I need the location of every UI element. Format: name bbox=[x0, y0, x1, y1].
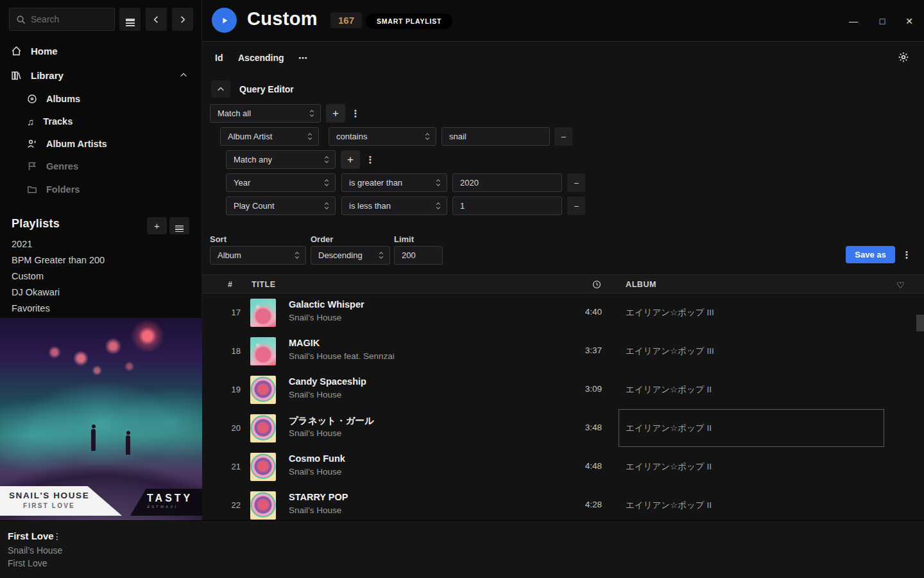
sidebar-item-genres[interactable]: Genres bbox=[0, 155, 201, 177]
rule-field-select[interactable]: Album Artist bbox=[220, 127, 319, 146]
track-artist: Snail’s House bbox=[289, 390, 341, 399]
track-art-thumbnail bbox=[250, 491, 276, 520]
add-playlist-button[interactable]: + bbox=[147, 217, 167, 234]
settings-button[interactable] bbox=[898, 51, 909, 63]
column-header-index[interactable]: # bbox=[228, 280, 233, 289]
minimize-button[interactable]: — bbox=[844, 14, 863, 28]
playlist-item[interactable]: Custom bbox=[12, 271, 44, 287]
table-row[interactable]: 18 MAGIK Snail’s House feat. Sennzai 3:3… bbox=[202, 332, 924, 371]
rule-value-input[interactable] bbox=[452, 197, 562, 215]
minus-icon: − bbox=[574, 178, 579, 188]
search-input[interactable] bbox=[31, 14, 101, 24]
query-editor-collapse-button[interactable] bbox=[211, 80, 230, 98]
save-menu-button[interactable]: ⋮ bbox=[902, 245, 912, 264]
sidebar-item-label: Library bbox=[31, 70, 64, 81]
remove-rule-button[interactable]: − bbox=[567, 197, 585, 215]
select-caret-icon bbox=[436, 179, 441, 187]
sidebar-item-folders[interactable]: Folders bbox=[0, 179, 201, 200]
column-header-title[interactable]: TITLE bbox=[252, 280, 276, 289]
now-playing-album: First Love bbox=[8, 558, 47, 568]
forward-button[interactable] bbox=[172, 8, 193, 31]
rule-operator-select[interactable]: is greater than bbox=[341, 173, 447, 192]
track-duration: 4:40 bbox=[561, 307, 602, 317]
playlist-options-button[interactable] bbox=[169, 217, 189, 234]
sidebar-item-library[interactable]: Library bbox=[0, 63, 201, 87]
collapse-library-button[interactable] bbox=[180, 71, 187, 79]
add-rule-button[interactable]: + bbox=[341, 150, 360, 169]
sort-label: Sort bbox=[210, 234, 227, 244]
maximize-button[interactable]: □ bbox=[873, 14, 892, 28]
match-mode-select[interactable]: Match any bbox=[226, 150, 336, 169]
sort-select[interactable]: Album bbox=[210, 246, 306, 265]
sidebar-item-label: Folders bbox=[46, 184, 80, 195]
rule-field-select[interactable]: Play Count bbox=[226, 197, 336, 215]
rule-value-input[interactable] bbox=[452, 173, 562, 192]
limit-label: Limit bbox=[394, 234, 414, 244]
order-select[interactable]: Descending bbox=[311, 246, 390, 265]
now-playing-artwork: SNAIL'S HOUSE FIRST LOVE TASTY ƎSTMAXI bbox=[0, 318, 202, 520]
track-number: 18 bbox=[223, 346, 241, 356]
sidebar-item-label: Album Artists bbox=[46, 139, 107, 149]
rule-operator-select[interactable]: is less than bbox=[341, 197, 447, 215]
favorite-column-icon[interactable]: ♡ bbox=[896, 280, 905, 290]
scrollbar-thumb[interactable] bbox=[916, 315, 924, 331]
select-value: is greater than bbox=[349, 178, 402, 188]
table-row[interactable]: 17 Galactic Whisper Snail’s House 4:40 エ… bbox=[202, 293, 924, 332]
playlist-item[interactable]: Favorites bbox=[12, 303, 50, 319]
limit-input[interactable] bbox=[394, 246, 443, 265]
track-number: 20 bbox=[223, 423, 241, 433]
remove-rule-button[interactable]: − bbox=[554, 127, 572, 146]
duration-column-icon[interactable] bbox=[592, 280, 601, 289]
rule-field-select[interactable]: Year bbox=[226, 173, 336, 192]
table-row[interactable]: 22 STARRY POP Snail’s House 4:28 エイリアン☆ポ… bbox=[202, 486, 924, 520]
track-artist: Snail’s House bbox=[289, 313, 341, 322]
search-box[interactable] bbox=[9, 8, 115, 31]
kebab-icon: ⋮ bbox=[902, 249, 912, 261]
sidebar-item-albums[interactable]: Albums bbox=[0, 88, 201, 110]
sort-field-button[interactable]: Id bbox=[215, 53, 223, 63]
rule-operator-select[interactable]: contains bbox=[329, 127, 436, 146]
artwork-title-text: FIRST LOVE bbox=[23, 502, 122, 509]
close-icon: ✕ bbox=[905, 16, 913, 26]
track-duration: 4:48 bbox=[561, 461, 602, 471]
match-mode-select[interactable]: Match all bbox=[210, 104, 321, 123]
more-options-button[interactable]: ⋯ bbox=[298, 53, 307, 63]
sidebar-item-album-artists[interactable]: Album Artists bbox=[0, 133, 201, 155]
sidebar-item-tracks[interactable]: ♫ Tracks bbox=[0, 110, 201, 132]
kebab-icon: ⋮ bbox=[366, 154, 375, 166]
focused-cell-outline bbox=[619, 409, 884, 447]
track-album: エイリアン☆ポップ III bbox=[626, 346, 714, 357]
group-menu-button[interactable]: ⋮ bbox=[365, 150, 375, 169]
now-playing-menu-button[interactable]: ⋮ bbox=[53, 531, 62, 541]
minus-icon: − bbox=[574, 201, 579, 211]
kebab-icon: ⋮ bbox=[351, 108, 361, 119]
rule-value-input[interactable] bbox=[441, 127, 550, 146]
hamburger-icon bbox=[126, 19, 135, 20]
plus-icon: + bbox=[154, 220, 160, 231]
sidebar-item-home[interactable]: Home bbox=[0, 39, 201, 63]
track-album: エイリアン☆ポップ II bbox=[626, 461, 712, 473]
table-row[interactable]: 19 Candy Spaceship Snail’s House 3:09 エイ… bbox=[202, 371, 924, 409]
save-as-button[interactable]: Save as bbox=[846, 246, 895, 263]
table-row[interactable]: 20 プラネット・ガール Snail’s House 3:48 エイリアン☆ポッ… bbox=[202, 409, 924, 448]
column-header-album[interactable]: ALBUM bbox=[626, 280, 656, 289]
track-title: STARRY POP bbox=[289, 492, 348, 502]
back-button[interactable] bbox=[146, 8, 167, 31]
add-rule-button[interactable]: + bbox=[326, 104, 345, 123]
playlist-item[interactable]: 2021 bbox=[12, 239, 32, 255]
close-button[interactable]: ✕ bbox=[900, 14, 919, 28]
play-playlist-button[interactable] bbox=[212, 8, 237, 33]
folder-icon bbox=[27, 184, 37, 195]
sort-direction-button[interactable]: Ascending bbox=[238, 53, 284, 63]
select-value: Play Count bbox=[234, 201, 275, 211]
track-album: エイリアン☆ポップ II bbox=[626, 384, 712, 396]
playlist-item[interactable]: BPM Greater than 200 bbox=[12, 255, 105, 271]
group-menu-button[interactable]: ⋮ bbox=[350, 104, 361, 123]
playlist-item[interactable]: DJ Okawari bbox=[12, 287, 60, 303]
table-row[interactable]: 21 Cosmo Funk Snail’s House 4:48 エイリアン☆ポ… bbox=[202, 448, 924, 486]
remove-rule-button[interactable]: − bbox=[567, 173, 585, 192]
track-art-thumbnail bbox=[250, 299, 276, 327]
track-duration: 3:48 bbox=[561, 423, 602, 432]
menu-button[interactable] bbox=[119, 8, 141, 31]
list-icon bbox=[175, 225, 184, 227]
